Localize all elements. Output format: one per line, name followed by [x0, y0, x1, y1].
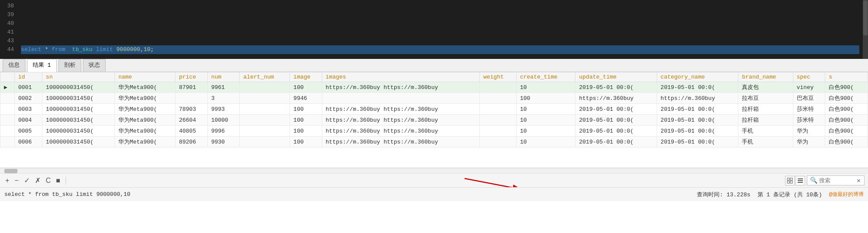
- cell-create-time2: 2019-05-01 00:0(: [657, 104, 738, 115]
- toolbar-divider: [65, 177, 66, 185]
- cell-images: [322, 93, 479, 104]
- col-header-create-time[interactable]: create_time: [516, 72, 575, 82]
- cell-category-name: 拉布豆: [738, 93, 793, 104]
- cell-sn: 1000000031450(: [42, 126, 115, 137]
- cell-update-time: 2019-05-01 00:0(: [575, 104, 657, 115]
- cell-name: 华为Meta900(: [115, 82, 176, 93]
- vertical-scrollbar[interactable]: [863, 0, 868, 59]
- code-editor[interactable]: 38 39 40 41 43 44 select * from tb_sku l…: [0, 0, 868, 59]
- tab-info[interactable]: 信息: [3, 59, 25, 72]
- col-header-brand-name[interactable]: brand_name: [738, 72, 793, 82]
- col-header-spec[interactable]: spec: [793, 72, 825, 82]
- horizontal-scrollbar[interactable]: [0, 168, 868, 173]
- results-area[interactable]: id sn name price num alert_num image ima…: [0, 72, 868, 168]
- stop-button[interactable]: ■: [54, 176, 62, 185]
- row-marker: [0, 137, 15, 147]
- tab-status[interactable]: 状态: [83, 59, 106, 72]
- cell-spec: 白色900(: [825, 137, 868, 147]
- confirm-button[interactable]: ✓: [22, 175, 31, 185]
- row-marker: [0, 104, 15, 115]
- col-header-update-time[interactable]: update_time: [575, 72, 657, 82]
- cell-price: 40805: [175, 126, 207, 137]
- cell-create-time: 10: [516, 104, 575, 115]
- cell-update-time: 2019-05-01 00:0(: [575, 115, 657, 126]
- add-row-button[interactable]: +: [3, 176, 11, 185]
- col-header-id[interactable]: id: [14, 72, 42, 82]
- remove-row-button[interactable]: −: [13, 176, 20, 185]
- cell-price: [175, 93, 207, 104]
- table-row[interactable]: ▶ 0001 1000000031450( 华为Meta900( 87901 9…: [0, 82, 868, 93]
- svg-rect-6: [798, 178, 803, 179]
- code-content[interactable]: select * from tb_sku limit 9000000,10; s…: [17, 0, 863, 59]
- cell-category-name: 拉杆箱: [738, 104, 793, 115]
- search-box[interactable]: 🔍 ×: [807, 175, 865, 185]
- table-row[interactable]: 0003 1000000031450( 华为Meta900( 78903 999…: [0, 104, 868, 115]
- cell-update-time: 2019-05-01 00:0(: [575, 126, 657, 137]
- col-header-marker: [0, 72, 15, 82]
- cell-price: 78903: [175, 104, 207, 115]
- row-marker: ▶: [0, 82, 15, 93]
- svg-rect-8: [798, 182, 803, 183]
- cell-images: https://m.360buy https://m.360buy: [322, 82, 479, 93]
- col-header-price[interactable]: price: [175, 72, 207, 82]
- cell-images: https://m.360buy https://m.360buy: [322, 137, 479, 147]
- col-header-num[interactable]: num: [207, 72, 240, 82]
- tab-results[interactable]: 结果 1: [27, 59, 57, 72]
- cell-alert-num: [240, 126, 290, 137]
- col-header-alert-num[interactable]: alert_num: [240, 72, 290, 82]
- scrollbar-thumb[interactable]: [4, 169, 17, 173]
- search-icon: 🔍: [810, 177, 817, 184]
- cell-create-time: 10: [516, 137, 575, 147]
- cell-sn: 1000000031450(: [42, 137, 115, 147]
- table-row[interactable]: 0002 1000000031450( 华为Meta900( 3 9946 10…: [0, 93, 868, 104]
- cell-category-name: 真皮包: [738, 82, 793, 93]
- watermark-text: @做最好的博博: [829, 191, 864, 198]
- cell-num: 9993: [207, 104, 240, 115]
- grid-view-icon[interactable]: [785, 176, 795, 185]
- cell-create-time2: https://m.360buy: [657, 93, 738, 104]
- tab-profile[interactable]: 剖析: [59, 59, 81, 72]
- search-close-button[interactable]: ×: [856, 177, 861, 184]
- table-row[interactable]: 0005 1000000031450( 华为Meta900( 40805 999…: [0, 126, 868, 137]
- col-header-image[interactable]: image: [290, 72, 322, 82]
- cell-id: 0005: [14, 126, 42, 137]
- col-header-sn[interactable]: sn: [42, 72, 115, 82]
- cell-create-time: 10: [516, 115, 575, 126]
- query-time-label: 查询时间: 13.228s: [697, 191, 750, 199]
- cell-spec: 白色900(: [825, 126, 868, 137]
- svg-rect-4: [787, 181, 789, 183]
- table-row[interactable]: 0006 1000000031450( 华为Meta900( 89206 993…: [0, 137, 868, 147]
- tabs-bar: 信息 结果 1 剖析 状态: [0, 59, 868, 72]
- cell-create-time2: 2019-05-01 00:0(: [657, 82, 738, 93]
- table-row[interactable]: 0004 1000000031450( 华为Meta900( 26604 100…: [0, 115, 868, 126]
- col-header-category-name[interactable]: category_name: [657, 72, 738, 82]
- col-header-images[interactable]: images: [322, 72, 479, 82]
- cell-num: 9996: [207, 126, 240, 137]
- col-header-weight[interactable]: weight: [479, 72, 516, 82]
- cancel-button[interactable]: ✗: [33, 175, 42, 185]
- cell-price: 26604: [175, 115, 207, 126]
- cell-brand-name: 华为: [793, 137, 825, 147]
- cell-id: 0004: [14, 115, 42, 126]
- cell-update-time: 2019-05-01 00:0(: [575, 137, 657, 147]
- col-header-s[interactable]: s: [825, 72, 868, 82]
- row-marker: [0, 115, 15, 126]
- cell-sn: 1000000031450(: [42, 82, 115, 93]
- cell-name: 华为Meta900(: [115, 137, 176, 147]
- view-icons: [785, 176, 805, 185]
- clear-button[interactable]: C: [44, 176, 53, 185]
- cell-name: 华为Meta900(: [115, 104, 176, 115]
- bottom-toolbar: + − ✓ ✗ C ■: [0, 173, 868, 187]
- row-marker: [0, 93, 15, 104]
- cell-sn: 1000000031450(: [42, 104, 115, 115]
- cell-create-time: 10: [516, 82, 575, 93]
- records-label: 第 1 条记录 (共 10条): [758, 191, 822, 199]
- search-input[interactable]: [819, 177, 854, 184]
- svg-rect-3: [790, 178, 792, 180]
- cell-image: 9946: [290, 93, 322, 104]
- cell-brand-name: 华为: [793, 126, 825, 137]
- list-view-icon[interactable]: [796, 176, 805, 185]
- cell-alert-num: [240, 104, 290, 115]
- status-query-text: select * from tb_sku limit 9000000,10: [4, 191, 697, 198]
- col-header-name[interactable]: name: [115, 72, 176, 82]
